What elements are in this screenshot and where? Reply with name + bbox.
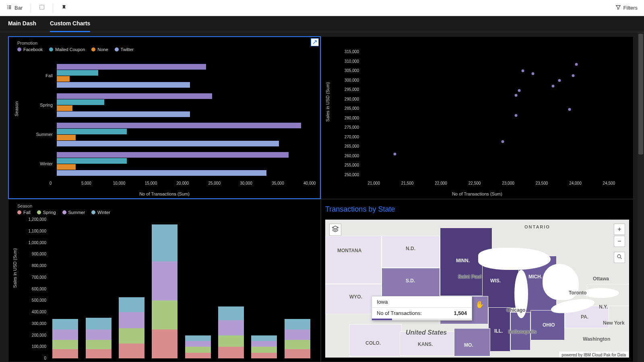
bar-segment[interactable]: [86, 318, 111, 329]
chart-promotion-by-season[interactable]: Promotion FacebookMailed CouponNoneTwitt…: [8, 36, 321, 199]
bar-segment[interactable]: [285, 349, 310, 358]
scatter-point[interactable]: [558, 79, 561, 82]
bar-segment[interactable]: [57, 70, 98, 76]
bar-segment[interactable]: [57, 64, 206, 70]
bar-segment[interactable]: [57, 152, 289, 158]
stacked-bar[interactable]: [218, 306, 244, 358]
bar-segment[interactable]: [52, 319, 78, 329]
bar-segment[interactable]: [57, 135, 76, 140]
tab-main-dash[interactable]: Main Dash: [8, 16, 36, 32]
scatter-point[interactable]: [568, 108, 571, 111]
bar-segment[interactable]: [185, 347, 211, 352]
stacked-bar[interactable]: [251, 335, 277, 359]
stacked-bar[interactable]: [119, 297, 144, 358]
bar-segment[interactable]: [285, 340, 310, 349]
y-tick: 300,000: [20, 321, 46, 326]
bar-segment[interactable]: [119, 312, 144, 328]
map-area[interactable]: + −: [325, 220, 629, 358]
bar-segment[interactable]: [57, 170, 266, 176]
scatter-point[interactable]: [514, 114, 517, 117]
legend-item[interactable]: None: [91, 47, 108, 52]
bar-segment[interactable]: [57, 82, 190, 88]
stacked-bar[interactable]: [86, 318, 111, 358]
bar-segment[interactable]: [57, 129, 127, 134]
bar-segment[interactable]: [251, 347, 277, 352]
map-title: Transactions by State: [321, 200, 633, 218]
scatter-point[interactable]: [518, 89, 521, 92]
legend-item[interactable]: Mailed Coupon: [49, 47, 85, 52]
bar-segment[interactable]: [152, 224, 178, 261]
y-axis-label: Sales in USD (Sum): [325, 82, 330, 121]
bar-segment[interactable]: [57, 123, 301, 128]
legend-item[interactable]: Spring: [37, 210, 56, 215]
map-search-button[interactable]: [614, 252, 625, 263]
bar-segment[interactable]: [218, 306, 244, 321]
bar-segment[interactable]: [57, 76, 70, 82]
bar-segment[interactable]: [57, 111, 190, 117]
scatter-point[interactable]: [394, 152, 396, 155]
bar-segment[interactable]: [119, 297, 144, 312]
stacked-bar[interactable]: [152, 224, 178, 359]
chart-transactions-by-state[interactable]: Transactions by State + −: [321, 199, 634, 362]
bar-segment[interactable]: [185, 335, 211, 341]
zoom-out-button[interactable]: −: [614, 236, 625, 247]
scatter-point[interactable]: [521, 70, 524, 72]
bar-segment[interactable]: [218, 347, 244, 358]
bar-segment[interactable]: [86, 329, 111, 340]
pin-button[interactable]: [59, 3, 69, 13]
bar-segment[interactable]: [52, 340, 78, 349]
legend-item[interactable]: Fall: [17, 210, 31, 215]
chart-type-selector[interactable]: Bar: [4, 3, 25, 13]
bar-segment[interactable]: [285, 329, 310, 340]
expand-icon[interactable]: [311, 38, 319, 46]
scatter-point[interactable]: [572, 74, 574, 77]
stacked-bar[interactable]: [285, 319, 310, 358]
legend-item[interactable]: Facebook: [17, 47, 43, 52]
bar-segment[interactable]: [57, 93, 212, 99]
marquee-select-button[interactable]: [37, 3, 47, 13]
bar-segment[interactable]: [152, 261, 178, 301]
bar-segment[interactable]: [52, 329, 78, 340]
bar-segment[interactable]: [57, 164, 76, 170]
tab-custom-charts[interactable]: Custom Charts: [50, 16, 90, 32]
y-tick: 290,000: [337, 97, 359, 101]
legend-item[interactable]: Summer: [62, 210, 85, 215]
bar-segment[interactable]: [57, 99, 104, 105]
bar-segment[interactable]: [86, 340, 111, 349]
scrollbar-thumb[interactable]: [638, 34, 643, 154]
bar-segment[interactable]: [152, 300, 178, 329]
legend-item[interactable]: Twitter: [115, 47, 134, 52]
scatter-point[interactable]: [501, 140, 504, 143]
zoom-in-button[interactable]: +: [614, 224, 625, 235]
chart-sales-by-category[interactable]: Season FallSpringSummerWinter 0100,00020…: [8, 199, 321, 362]
bar-segment[interactable]: [52, 349, 78, 358]
bar-segment[interactable]: [185, 341, 211, 347]
bar-segment[interactable]: [86, 349, 111, 358]
bar-segment[interactable]: [285, 319, 310, 329]
bar-segment[interactable]: [185, 353, 211, 358]
bar-segment[interactable]: [251, 341, 277, 347]
bar-segment[interactable]: [57, 141, 279, 146]
bar-segment[interactable]: [251, 335, 277, 341]
state-montana[interactable]: [325, 236, 382, 284]
bar-segment[interactable]: [218, 320, 244, 335]
scatter-point[interactable]: [531, 72, 534, 75]
stacked-bar[interactable]: [52, 319, 78, 358]
bar-segment[interactable]: [251, 353, 277, 358]
filters-button[interactable]: Filters: [613, 3, 640, 13]
vertical-scrollbar[interactable]: [638, 32, 644, 362]
bar-segment[interactable]: [57, 105, 72, 111]
bar-segment[interactable]: [218, 335, 244, 347]
state-north-dakota[interactable]: [382, 236, 440, 268]
chart-sales-vs-transactions[interactable]: 250,000255,000260,000265,000270,000275,0…: [321, 36, 634, 199]
scatter-point[interactable]: [575, 63, 578, 66]
bar-segment[interactable]: [57, 158, 127, 164]
stacked-bar[interactable]: [185, 335, 211, 359]
bar-segment[interactable]: [152, 329, 178, 358]
bar-segment[interactable]: [119, 343, 144, 358]
scatter-point[interactable]: [514, 94, 517, 97]
legend-item[interactable]: Winter: [91, 210, 110, 215]
layers-button[interactable]: [329, 224, 341, 236]
scatter-point[interactable]: [551, 84, 554, 87]
bar-segment[interactable]: [119, 328, 144, 343]
